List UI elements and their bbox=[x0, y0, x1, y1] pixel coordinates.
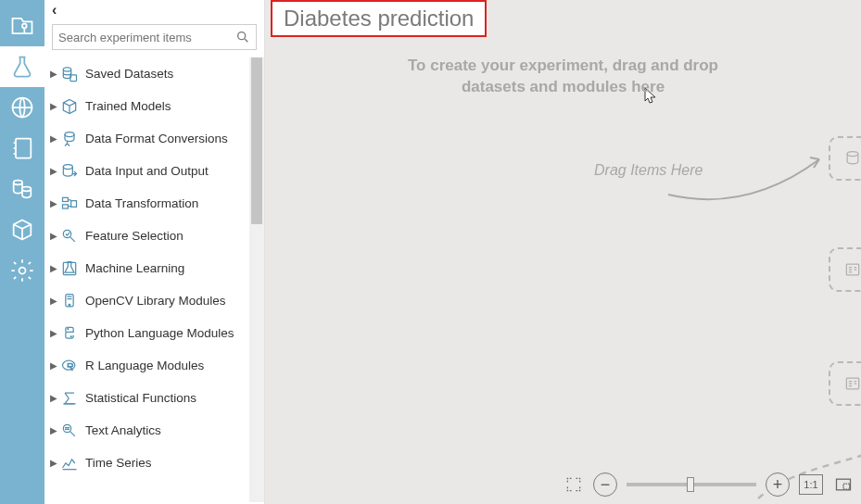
search-icon bbox=[235, 30, 250, 44]
tree-time-series[interactable]: ▶Time Series bbox=[48, 447, 249, 479]
python-icon bbox=[59, 323, 80, 344]
tree-data-transform[interactable]: ▶Data Transformation bbox=[48, 187, 249, 220]
svg-point-5 bbox=[19, 268, 26, 274]
rail-web[interactable] bbox=[0, 87, 44, 128]
sidebar-scrollbar[interactable] bbox=[249, 57, 264, 502]
svg-rect-11 bbox=[63, 197, 69, 201]
tree-label: OpenCV Library Modules bbox=[85, 294, 226, 308]
collapse-sidebar-button[interactable]: ‹ bbox=[44, 0, 264, 20]
svg-point-10 bbox=[63, 164, 72, 169]
transform-icon bbox=[59, 194, 80, 214]
zoom-slider-thumb[interactable] bbox=[687, 477, 694, 492]
tree-r[interactable]: ▶R Language Modules bbox=[48, 349, 249, 382]
zoom-actual-button[interactable]: 1:1 bbox=[799, 474, 823, 495]
placeholder-dataset-box bbox=[829, 136, 861, 181]
rail-storage[interactable] bbox=[0, 169, 44, 209]
svg-rect-13 bbox=[71, 200, 77, 207]
tree-label: Time Series bbox=[85, 456, 152, 470]
tree-label: R Language Modules bbox=[85, 359, 204, 372]
tree-data-io[interactable]: ▶Data Input and Output bbox=[48, 155, 249, 187]
zoom-in-button[interactable]: + bbox=[766, 472, 790, 497]
format-icon bbox=[59, 129, 80, 149]
tree-python[interactable]: ▶Python Language Modules bbox=[48, 317, 249, 349]
svg-point-0 bbox=[22, 24, 27, 29]
svg-point-17 bbox=[69, 304, 70, 306]
module-palette: ‹ ▶Saved Datasets ▶Trained Models ▶Data … bbox=[44, 0, 265, 504]
tree-feature-selection[interactable]: ▶Feature Selection bbox=[48, 220, 249, 252]
rail-notebook[interactable] bbox=[0, 128, 44, 169]
zoom-fit-button[interactable] bbox=[563, 474, 584, 495]
text-icon bbox=[59, 421, 80, 441]
rail-experiments[interactable] bbox=[0, 46, 44, 87]
zoom-slider[interactable] bbox=[627, 483, 756, 486]
datasets-icon bbox=[59, 64, 80, 84]
tree-label: Text Analytics bbox=[85, 423, 161, 437]
timeseries-icon bbox=[59, 453, 80, 473]
tree-label: Trained Models bbox=[85, 99, 171, 113]
stats-icon bbox=[59, 388, 80, 409]
tree-label: Python Language Modules bbox=[85, 326, 234, 340]
tree-label: Data Transformation bbox=[85, 196, 198, 210]
placeholder-module-box bbox=[829, 361, 861, 406]
feature-icon bbox=[59, 226, 80, 246]
svg-point-4 bbox=[22, 187, 31, 192]
opencv-icon bbox=[59, 291, 80, 311]
experiment-title[interactable]: Diabetes prediction bbox=[271, 0, 487, 37]
tree-label: Data Format Conversions bbox=[85, 132, 228, 145]
io-icon bbox=[59, 161, 80, 182]
svg-rect-26 bbox=[843, 484, 850, 489]
zoom-out-button[interactable]: − bbox=[593, 472, 617, 497]
tree-text-analytics[interactable]: ▶Text Analytics bbox=[48, 414, 249, 447]
r-icon bbox=[59, 356, 80, 376]
svg-rect-23 bbox=[846, 264, 858, 275]
svg-rect-12 bbox=[63, 204, 69, 208]
experiment-title-text: Diabetes prediction bbox=[284, 6, 474, 32]
tree-label: Saved Datasets bbox=[85, 67, 173, 81]
tree-opencv[interactable]: ▶OpenCV Library Modules bbox=[48, 284, 249, 317]
tree-label: Feature Selection bbox=[85, 229, 184, 243]
drag-items-hint: Drag Items Here bbox=[594, 162, 703, 179]
search-input[interactable] bbox=[58, 31, 235, 44]
zoom-toolbar: − + 1:1 bbox=[563, 472, 861, 497]
svg-rect-2 bbox=[16, 139, 31, 158]
ml-icon bbox=[59, 258, 80, 279]
tree-trained-models[interactable]: ▶Trained Models bbox=[48, 90, 249, 122]
rail-cube[interactable] bbox=[0, 209, 44, 250]
svg-point-22 bbox=[847, 152, 858, 157]
svg-rect-24 bbox=[846, 378, 858, 389]
module-tree: ▶Saved Datasets ▶Trained Models ▶Data Fo… bbox=[48, 57, 249, 502]
svg-point-14 bbox=[63, 230, 70, 237]
rail-settings[interactable] bbox=[0, 250, 44, 291]
nav-rail bbox=[0, 0, 44, 504]
svg-point-6 bbox=[238, 32, 246, 40]
tree-statistical[interactable]: ▶Statistical Functions bbox=[48, 382, 249, 414]
tree-label: Data Input and Output bbox=[85, 164, 209, 178]
svg-point-7 bbox=[63, 67, 70, 70]
canvas-hint: To create your experiment, drag and drop… bbox=[265, 56, 861, 98]
tree-label: Statistical Functions bbox=[85, 391, 196, 405]
placeholder-module-box bbox=[829, 247, 861, 292]
tree-saved-datasets[interactable]: ▶Saved Datasets bbox=[48, 57, 249, 90]
rail-projects[interactable] bbox=[0, 6, 44, 46]
tree-label: Machine Learning bbox=[85, 261, 184, 275]
drag-arrow-icon bbox=[562, 148, 830, 213]
models-icon bbox=[59, 96, 80, 117]
tree-machine-learning[interactable]: ▶Machine Learning bbox=[48, 252, 249, 284]
svg-point-9 bbox=[65, 132, 74, 136]
svg-point-21 bbox=[63, 424, 70, 432]
svg-point-18 bbox=[68, 328, 69, 329]
experiment-canvas[interactable]: Diabetes prediction To create your exper… bbox=[265, 0, 861, 504]
svg-point-19 bbox=[70, 335, 71, 336]
minimap-button[interactable] bbox=[832, 474, 855, 495]
search-box bbox=[52, 24, 257, 50]
svg-point-3 bbox=[14, 181, 22, 185]
tree-data-format[interactable]: ▶Data Format Conversions bbox=[48, 122, 249, 155]
